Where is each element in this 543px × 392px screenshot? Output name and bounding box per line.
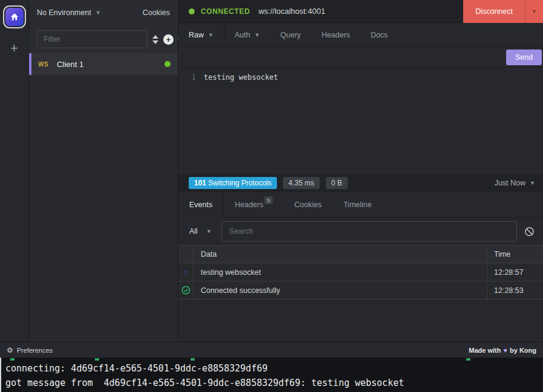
chevron-down-icon: ▼ <box>208 32 213 38</box>
editor-line-number: 1 <box>178 73 204 82</box>
tab-response-headers-label: Headers <box>235 201 263 209</box>
headers-count-badge: 5 <box>264 196 272 204</box>
event-data-cell: testing websocket <box>193 263 487 281</box>
tabs-filler <box>383 192 543 217</box>
events-table: Data Time ↑ testing websocket 12:28:57 <box>178 245 543 300</box>
plus-circle-icon: + <box>163 34 174 45</box>
sidebar-filter-row: + ▼ <box>29 25 178 53</box>
tab-timeline[interactable]: Timeline <box>333 192 383 217</box>
message-editor[interactable]: 1 testing websocket <box>178 68 543 174</box>
clear-events-button[interactable] <box>524 227 535 237</box>
data-column-header: Data <box>193 246 487 263</box>
request-pane: CONNECTED ws://localhost:4001 Disconnect… <box>178 0 543 174</box>
sidebar-empty-area <box>29 75 178 342</box>
credit-prefix: Made with <box>469 347 501 354</box>
terminal-window: connecting: 4d69cf14-e565-4501-9ddc-e885… <box>0 358 543 392</box>
chevron-down-icon: ▼ <box>96 10 101 16</box>
filter-input[interactable] <box>37 30 148 48</box>
tab-response-cookies[interactable]: Cookies <box>284 192 333 217</box>
events-table-header: Data Time <box>178 245 543 263</box>
response-meta-bar: 101 Switching Protocols 4.35 ms 0 B Just… <box>178 174 543 192</box>
tab-timeline-label: Timeline <box>343 201 372 209</box>
home-button-gradient <box>5 8 24 26</box>
event-type-value: All <box>189 227 198 236</box>
event-search-input[interactable] <box>221 221 517 242</box>
time-column-header: Time <box>487 246 543 263</box>
tab-docs[interactable]: Docs <box>360 23 398 47</box>
disconnect-dropdown[interactable]: ▼ <box>525 0 543 23</box>
response-history-dropdown[interactable]: Just Now ▼ <box>495 179 535 187</box>
connection-bar: CONNECTED ws://localhost:4001 Disconnect… <box>178 0 543 23</box>
response-tabs: Events Headers 5 Cookies Timeline <box>178 192 543 217</box>
status-footer: ⚙ Preferences Made with ♥ by Kong <box>0 342 543 358</box>
recency-label: Just Now <box>495 179 525 187</box>
events-filter-row: All ▼ <box>178 217 543 245</box>
tab-query[interactable]: Query <box>270 23 311 47</box>
terminal-line: connecting: 4d69cf14-e565-4501-9ddc-e885… <box>5 361 543 376</box>
prohibit-icon <box>524 227 535 237</box>
table-row[interactable]: ↑ testing websocket 12:28:57 <box>178 263 543 281</box>
status-code: 101 <box>194 179 206 187</box>
gear-icon: ⚙ <box>7 346 13 355</box>
tab-raw-label: Raw <box>189 31 204 39</box>
tab-events[interactable]: Events <box>178 192 224 217</box>
sort-button[interactable] <box>152 35 158 44</box>
websocket-url: ws://localhost:4001 <box>258 7 325 16</box>
tab-events-label: Events <box>189 201 212 209</box>
credit-suffix: by Kong <box>510 347 536 354</box>
tab-response-headers[interactable]: Headers 5 <box>224 192 284 217</box>
main-panel: CONNECTED ws://localhost:4001 Disconnect… <box>178 0 543 342</box>
event-time-cell: 12:28:53 <box>487 281 543 299</box>
message-sent-arrow-icon: ↑ <box>184 268 188 277</box>
disconnect-button-group: Disconnect ▼ <box>463 0 543 23</box>
size-badge: 0 B <box>326 177 348 189</box>
terminal-clipped-line <box>5 358 543 361</box>
tab-query-label: Query <box>281 31 301 39</box>
ws-method-tag: WS <box>38 61 48 68</box>
terminal-line: got message from 4d69cf14-e565-4501-9ddc… <box>5 376 543 390</box>
chevron-down-icon: ▼ <box>206 228 212 234</box>
tab-response-cookies-label: Cookies <box>294 201 322 209</box>
sidebar-item-client-1[interactable]: WS Client 1 <box>29 53 178 75</box>
home-button[interactable] <box>3 5 26 28</box>
tab-headers[interactable]: Headers <box>311 23 360 47</box>
connection-status: CONNECTED <box>201 7 250 16</box>
row-icon-cell: ↑ <box>178 263 193 281</box>
tab-auth-label: Auth <box>235 31 250 39</box>
chevron-down-icon: ▼ <box>532 8 537 14</box>
disconnect-button[interactable]: Disconnect <box>463 0 525 23</box>
connected-check-icon <box>181 286 190 295</box>
editor-content[interactable]: testing websocket <box>204 73 278 82</box>
kong-credit: Made with ♥ by Kong <box>469 347 536 354</box>
row-icon-cell <box>178 281 193 299</box>
send-row: Send <box>178 47 543 68</box>
environment-dropdown[interactable]: No Environment ▼ <box>37 8 101 17</box>
tab-docs-label: Docs <box>371 31 388 39</box>
preferences-button[interactable]: ⚙ Preferences <box>7 346 53 355</box>
response-pane: 101 Switching Protocols 4.35 ms 0 B Just… <box>178 174 543 342</box>
activity-rail: + <box>0 0 29 342</box>
environment-label: No Environment <box>37 8 91 17</box>
sort-up-icon <box>152 35 158 39</box>
event-time-cell: 12:28:57 <box>487 263 543 281</box>
sort-down-icon <box>152 40 158 44</box>
sidebar: No Environment ▼ Cookies + ▼ WS Client 1 <box>29 0 178 342</box>
app-window: + No Environment ▼ Cookies + ▼ WS Client… <box>0 0 543 342</box>
status-text: Switching Protocols <box>206 179 272 187</box>
tab-auth[interactable]: Auth ▼ <box>224 23 270 47</box>
status-badge: 101 Switching Protocols <box>189 177 277 189</box>
time-badge: 4.35 ms <box>283 177 320 189</box>
sidebar-header: No Environment ▼ Cookies <box>29 0 178 25</box>
tab-headers-label: Headers <box>322 31 350 39</box>
new-project-button[interactable]: + <box>10 42 18 55</box>
icon-column-header <box>178 246 193 263</box>
event-type-select[interactable]: All ▼ <box>187 227 214 236</box>
connected-dot-icon <box>189 8 195 14</box>
chevron-down-icon: ▼ <box>255 32 260 38</box>
send-button[interactable]: Send <box>506 50 542 65</box>
chevron-down-icon: ▼ <box>530 180 535 186</box>
request-tabs: Raw ▼ Auth ▼ Query Headers Docs <box>178 23 543 47</box>
tab-raw[interactable]: Raw ▼ <box>178 23 224 47</box>
table-row[interactable]: Connected successfully 12:28:53 <box>178 281 543 300</box>
cookies-link[interactable]: Cookies <box>143 8 170 17</box>
